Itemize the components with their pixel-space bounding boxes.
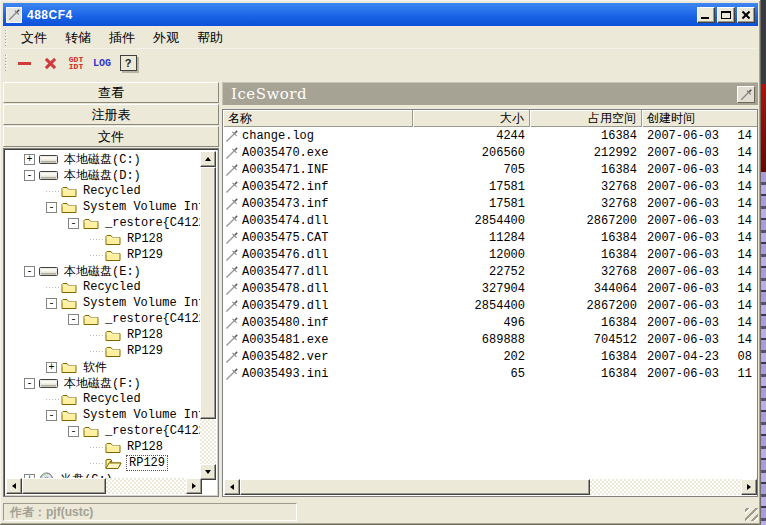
file-name-cell[interactable]: change.log: [223, 129, 413, 143]
tree-item[interactable]: -_restore{C4122E88: [6, 423, 202, 439]
tree-item[interactable]: RP129: [6, 247, 202, 263]
tree-item-label[interactable]: RP128: [125, 232, 165, 246]
menu-appearance[interactable]: 外观: [144, 26, 188, 50]
menu-file[interactable]: 文件: [12, 26, 56, 50]
file-name-cell[interactable]: A0035475.CAT: [223, 231, 413, 245]
help-button[interactable]: ?: [116, 52, 140, 74]
file-name-cell[interactable]: A0035478.dll: [223, 282, 413, 296]
tree-hscroll-thumb[interactable]: [22, 478, 106, 494]
tree-item[interactable]: Recycled: [6, 391, 202, 407]
tree-item-label[interactable]: 本地磁盘(E:): [62, 263, 143, 280]
tree-item[interactable]: -本地磁盘(F:): [6, 375, 202, 391]
collapse-minus-icon[interactable]: -: [24, 378, 35, 389]
scroll-up-button[interactable]: [200, 151, 216, 167]
tree-item[interactable]: +本地磁盘(C:): [6, 151, 202, 167]
expand-plus-icon[interactable]: +: [24, 154, 35, 165]
file-row[interactable]: A0035472.inf17581327682007-06-0314: [223, 178, 757, 195]
tree-item-label[interactable]: RP129: [125, 344, 165, 358]
file-name-cell[interactable]: A0035477.dll: [223, 265, 413, 279]
banner-sword-button[interactable]: [737, 86, 755, 103]
tree-item-label[interactable]: Recycled: [81, 392, 143, 406]
scroll-right-button[interactable]: [186, 478, 202, 494]
collapse-minus-icon[interactable]: -: [46, 202, 57, 213]
tree-item-label[interactable]: RP129: [125, 248, 165, 262]
tree-item-label[interactable]: RP128: [125, 328, 165, 342]
file-row[interactable]: A0035493.ini65163842007-06-0311: [223, 365, 757, 382]
tree-item[interactable]: Recycled: [6, 279, 202, 295]
tree-item-label[interactable]: RP129: [126, 455, 168, 471]
tree-item-label[interactable]: _restore{C4122E88: [103, 216, 202, 230]
close-button[interactable]: [737, 7, 755, 23]
file-row[interactable]: A0035471.INF705163842007-06-0314: [223, 161, 757, 178]
tree-item-label[interactable]: _restore{C4122E88: [103, 424, 202, 438]
toolbar-gripper[interactable]: [5, 55, 8, 71]
tree-item[interactable]: -_restore{C4122E88: [6, 311, 202, 327]
gdt-idt-button[interactable]: GDTIDT: [64, 52, 88, 74]
file-row[interactable]: change.log4244163842007-06-0314: [223, 127, 757, 144]
file-row[interactable]: A0035470.exe2065602129922007-06-0314: [223, 144, 757, 161]
sidebar-button-view[interactable]: 查看: [3, 82, 219, 103]
terminate-button[interactable]: [38, 52, 62, 74]
tree-item[interactable]: Recycled: [6, 183, 202, 199]
log-button[interactable]: LOG: [90, 52, 114, 74]
tree-item[interactable]: -System Volume Inform: [6, 407, 202, 423]
resize-grip[interactable]: [745, 508, 758, 521]
tree-item[interactable]: -本地磁盘(E:): [6, 263, 202, 279]
menubar-gripper[interactable]: [5, 30, 8, 46]
file-name-cell[interactable]: A0035482.ver: [223, 350, 413, 364]
tree-item[interactable]: -本地磁盘(D:): [6, 167, 202, 183]
sidebar-button-file[interactable]: 文件: [3, 126, 219, 147]
menu-help[interactable]: 帮助: [188, 26, 232, 50]
tree-vscroll-thumb[interactable]: [200, 167, 216, 419]
maximize-button[interactable]: [717, 7, 735, 23]
file-row[interactable]: A0035474.dll285440028672002007-06-0314: [223, 212, 757, 229]
file-row[interactable]: A0035476.dll12000163842007-06-0314: [223, 246, 757, 263]
column-header-created[interactable]: 创建时间: [642, 110, 757, 127]
file-name-cell[interactable]: A0035472.inf: [223, 180, 413, 194]
list-horizontal-scrollbar[interactable]: [224, 479, 757, 495]
file-row[interactable]: A0035482.ver202163842007-04-2308: [223, 348, 757, 365]
file-row[interactable]: A0035475.CAT11284163842007-06-0314: [223, 229, 757, 246]
column-header-name[interactable]: 名称: [223, 110, 413, 127]
tree-item[interactable]: +软件: [6, 359, 202, 375]
tree-horizontal-scrollbar[interactable]: [6, 478, 202, 494]
scroll-left-button[interactable]: [6, 478, 22, 494]
collapse-minus-icon[interactable]: -: [68, 314, 79, 325]
tree-item-label[interactable]: _restore{C4122E88: [103, 312, 202, 326]
file-name-cell[interactable]: A0035471.INF: [223, 163, 413, 177]
tree-item-label[interactable]: System Volume Inform: [81, 296, 202, 310]
tree-item-label[interactable]: 本地磁盘(D:): [62, 167, 143, 184]
tree-item-label[interactable]: 本地磁盘(F:): [62, 375, 143, 392]
file-name-cell[interactable]: A0035480.inf: [223, 316, 413, 330]
file-name-cell[interactable]: A0035476.dll: [223, 248, 413, 262]
tree-item[interactable]: -_restore{C4122E88: [6, 215, 202, 231]
tree-item[interactable]: RP128: [6, 231, 202, 247]
list-hscroll-thumb[interactable]: [240, 479, 590, 495]
collapse-minus-icon[interactable]: -: [68, 218, 79, 229]
file-row[interactable]: A0035473.inf17581327682007-06-0314: [223, 195, 757, 212]
scroll-down-button[interactable]: [200, 464, 216, 480]
tree-item[interactable]: RP129: [6, 343, 202, 359]
column-header-size[interactable]: 大小: [413, 110, 530, 127]
menu-dump[interactable]: 转储: [56, 26, 100, 50]
tree-item-label[interactable]: Recycled: [81, 280, 143, 294]
collapse-minus-icon[interactable]: -: [46, 410, 57, 421]
file-row[interactable]: A0035481.exe6898887045122007-06-0314: [223, 331, 757, 348]
file-name-cell[interactable]: A0035481.exe: [223, 333, 413, 347]
scroll-right-button[interactable]: [741, 479, 757, 495]
file-name-cell[interactable]: A0035479.dll: [223, 299, 413, 313]
file-name-cell[interactable]: A0035470.exe: [223, 146, 413, 160]
title-bar[interactable]: 488CF4: [3, 3, 758, 26]
collapse-minus-icon[interactable]: -: [24, 170, 35, 181]
tree-item[interactable]: RP128: [6, 439, 202, 455]
tree-item-label[interactable]: 本地磁盘(C:): [62, 151, 143, 168]
tree-item-label[interactable]: 软件: [81, 359, 109, 376]
file-name-cell[interactable]: A0035473.inf: [223, 197, 413, 211]
collapse-minus-icon[interactable]: -: [46, 298, 57, 309]
collapse-minus-icon[interactable]: -: [68, 426, 79, 437]
tree-item[interactable]: RP128: [6, 327, 202, 343]
menu-plugins[interactable]: 插件: [100, 26, 144, 50]
tree-item-label[interactable]: System Volume Inform: [81, 200, 202, 214]
tree-vertical-scrollbar[interactable]: [200, 151, 216, 480]
file-name-cell[interactable]: A0035493.ini: [223, 367, 413, 381]
